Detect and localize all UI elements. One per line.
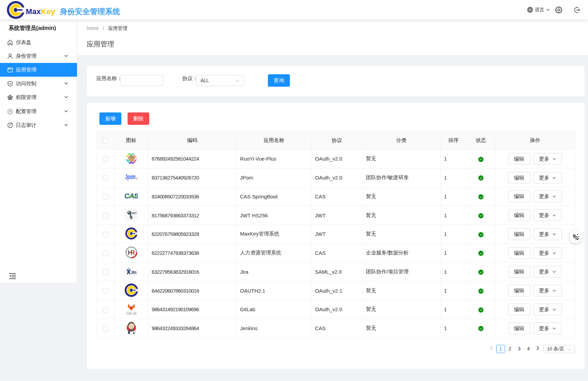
svg-text:.: . [136,173,138,181]
svg-text:Jpom: Jpom [125,173,135,181]
svg-text:GitLab: GitLab [126,311,137,315]
svg-text:JWT: JWT [131,211,137,215]
svg-text:R: R [130,249,135,256]
svg-text:JIRA: JIRA [131,270,137,275]
svg-text:CAS: CAS [125,192,138,200]
